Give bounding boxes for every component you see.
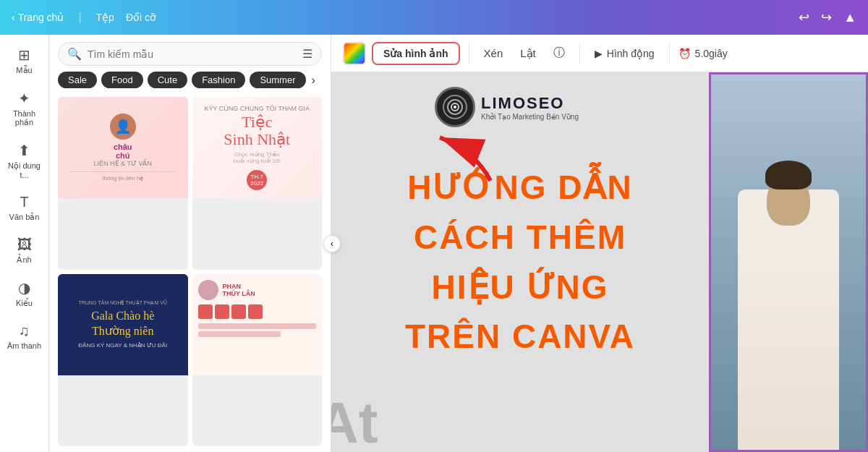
card4-name: PHANTHÚY LÂN xyxy=(223,283,255,297)
limoseo-logo-svg xyxy=(441,93,469,121)
toolbar-separator2 xyxy=(579,43,580,64)
limoseo-logo: LIMOSEO Khởi Tạo Marketing Bền Vững xyxy=(435,87,579,127)
limoseo-sub: Khởi Tạo Marketing Bền Vững xyxy=(481,113,579,121)
limoseo-name: LIMOSEO xyxy=(481,94,579,113)
card4-icon2 xyxy=(215,304,229,319)
tag-food[interactable]: Food xyxy=(101,72,143,88)
upload-icon[interactable]: ▲ xyxy=(843,10,856,25)
card4-body xyxy=(198,304,317,370)
card2-text1: KÝY CÙNG CHÚNG TÔI THAM GIA xyxy=(204,105,310,112)
card2-badge: TH.72022 xyxy=(247,170,267,190)
card2-content: KÝY CÙNG CHÚNG TÔI THAM GIA TiệcSinh Nhậ… xyxy=(192,97,323,198)
resize-menu[interactable]: Đổi cỡ xyxy=(126,12,156,23)
tag-sale[interactable]: Sale xyxy=(58,72,97,88)
tags-scroll-right[interactable]: › xyxy=(312,74,315,87)
card3-sub: ĐĂNG KÝ NGAY & NHẬN ƯU ĐÃI xyxy=(78,342,167,349)
sidebar-item-anh[interactable]: 🖼 Ảnh xyxy=(0,231,48,270)
info-icon[interactable]: ⓘ xyxy=(548,43,571,64)
card4-header: PHANTHÚY LÂN xyxy=(198,280,317,300)
hinh-dong-button[interactable]: ▶ Hình động xyxy=(589,45,660,62)
back-icon: ‹ xyxy=(12,12,15,23)
redo-icon[interactable]: ↪ xyxy=(821,9,832,25)
template-card-2[interactable]: KÝY CÙNG CHÚNG TÔI THAM GIA TiệcSinh Nhậ… xyxy=(192,97,323,270)
top-navigation: ‹ Trang chủ | Tệp Đổi cỡ ↩ ↪ ▲ xyxy=(0,0,868,35)
xen-button[interactable]: Xén xyxy=(478,44,509,62)
tag-fashion[interactable]: Fashion xyxy=(192,72,245,88)
card1-sub: LIÊN HỆ & TƯ VẤN xyxy=(94,160,152,167)
lat-button[interactable]: Lật xyxy=(514,44,542,63)
card4-line2 xyxy=(198,331,281,337)
home-label[interactable]: Trang chủ xyxy=(18,12,64,23)
card1-content: 👤 châuchú LIÊN HỆ & TƯ VẤN thông tin liê… xyxy=(58,97,188,198)
card4-row1 xyxy=(198,304,317,319)
color-picker-button[interactable] xyxy=(343,42,366,65)
toolbar-separator1 xyxy=(469,43,469,64)
fix-image-button[interactable]: Sửa hình ảnh xyxy=(372,42,460,65)
filter-icon[interactable]: ☰ xyxy=(302,47,312,61)
card1-name: châuchú xyxy=(114,142,132,160)
tags-row: Sale Food Cute Fashion Summer › xyxy=(49,72,331,94)
card2-title: TiệcSinh Nhật xyxy=(224,114,290,148)
back-button[interactable]: ‹ Trang chủ xyxy=(12,12,64,23)
sidebar-label-am-thanh: Âm thanh xyxy=(7,341,41,350)
sidebar-label-thanh-phan: Thành phần xyxy=(3,109,46,127)
sidebar-item-am-thanh[interactable]: ♫ Âm thanh xyxy=(0,317,48,356)
main-canvas[interactable]: LIMOSEO Khởi Tạo Marketing Bền Vững xyxy=(331,72,709,452)
nav-icon-group: ↩ ↪ ▲ xyxy=(799,9,856,25)
time-display: ⏰ 5.0giây xyxy=(678,48,728,59)
card1-avatar: 👤 xyxy=(110,114,136,140)
time-value: 5.0giây xyxy=(695,48,728,59)
sidebar-item-kieu[interactable]: ◑ Kiểu xyxy=(0,273,48,314)
elements-icon: ✦ xyxy=(18,90,30,107)
template-icon: ⊞ xyxy=(18,46,30,64)
at-watermark: At xyxy=(331,394,378,452)
card4-avatar xyxy=(198,280,218,300)
audio-icon: ♫ xyxy=(19,323,30,339)
sidebar-item-mau[interactable]: ⊞ Mẫu xyxy=(0,40,48,81)
search-bar: 🔍 ☰ xyxy=(58,42,322,66)
sidebar-item-noi-dung[interactable]: ⬆ Nội dung t... xyxy=(0,136,48,185)
card3-top: TRUNG TÂM NGHỆ THUẬT PHẠM VŨ xyxy=(78,300,167,306)
tag-summer[interactable]: Summer xyxy=(250,72,305,88)
left-panel: 🔍 ☰ Sale Food Cute Fashion Summer › 👤 ch… xyxy=(49,35,331,452)
canvas-toolbar: Sửa hình ảnh Xén Lật ⓘ ▶ Hình động ⏰ 5.0… xyxy=(331,35,868,72)
person-body xyxy=(738,189,839,450)
hinh-dong-label: Hình động xyxy=(607,48,655,59)
clock-icon: ⏰ xyxy=(678,48,691,59)
right-image-panel xyxy=(709,72,868,452)
sidebar-label-anh: Ảnh xyxy=(17,255,31,265)
undo-icon[interactable]: ↩ xyxy=(799,9,809,25)
template-card-1[interactable]: 👤 châuchú LIÊN HỆ & TƯ VẤN thông tin liê… xyxy=(58,97,188,270)
sidebar-label-noi-dung: Nội dung t... xyxy=(3,161,46,179)
limoseo-text-block: LIMOSEO Khởi Tạo Marketing Bền Vững xyxy=(481,94,579,121)
search-icon: 🔍 xyxy=(67,47,82,61)
card4-icon3 xyxy=(231,304,246,319)
card4-line1 xyxy=(198,323,317,329)
sidebar-label-mau: Mẫu xyxy=(16,66,32,75)
nav-separator: | xyxy=(78,11,81,24)
canvas-content: LIMOSEO Khởi Tạo Marketing Bền Vững xyxy=(331,72,868,452)
sidebar-item-thanh-phan[interactable]: ✦ Thành phần xyxy=(0,84,48,133)
templates-grid: 👤 châuchú LIÊN HỆ & TƯ VẤN thông tin liê… xyxy=(49,94,331,452)
canvas-area: Sửa hình ảnh Xén Lật ⓘ ▶ Hình động ⏰ 5.0… xyxy=(331,35,868,452)
collapse-panel-button[interactable]: ‹ xyxy=(323,235,341,252)
card4-icon1 xyxy=(198,304,213,319)
tag-cute[interactable]: Cute xyxy=(148,72,187,88)
hero-line3: HIỆU ỨNG xyxy=(432,269,609,306)
photo-icon: 🖼 xyxy=(17,236,32,253)
animation-icon: ▶ xyxy=(595,48,603,59)
sidebar-item-van-ban[interactable]: T Văn bản xyxy=(0,188,48,228)
card4-icon4 xyxy=(248,304,263,319)
template-card-4[interactable]: PHANTHÚY LÂN xyxy=(192,274,323,447)
toolbar-separator3 xyxy=(669,43,670,64)
hero-line2: CÁCH THÊM xyxy=(414,219,626,256)
icon-sidebar: ⊞ Mẫu ✦ Thành phần ⬆ Nội dung t... T Văn… xyxy=(0,35,49,452)
search-input[interactable] xyxy=(88,48,297,60)
file-menu[interactable]: Tệp xyxy=(96,12,114,23)
card4-content: PHANTHÚY LÂN xyxy=(192,274,323,375)
sidebar-label-van-ban: Văn bản xyxy=(9,213,40,222)
template-card-3[interactable]: TRUNG TÂM NGHỆ THUẬT PHẠM VŨ Gala Chào h… xyxy=(58,274,188,447)
style-icon: ◑ xyxy=(18,279,30,297)
arrow-annotation xyxy=(418,130,505,191)
person-hair xyxy=(765,161,812,189)
